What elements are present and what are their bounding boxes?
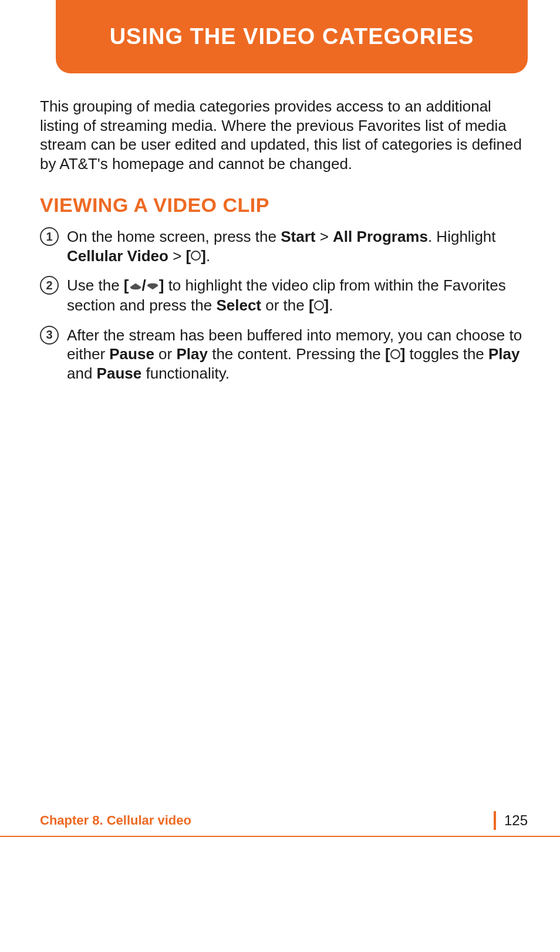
intro-paragraph: This grouping of media categories provid… [40,97,528,173]
step-1: 1 On the home screen, press the Start > … [40,227,528,265]
page-number-wrap: 125 [494,811,528,830]
circle-button-icon [191,251,201,261]
nav-down-icon [146,276,159,295]
page-footer: Chapter 8. Cellular video 125 [0,811,560,835]
text: . [206,247,210,265]
slash: / [142,276,146,294]
step-number-badge: 3 [40,326,59,345]
bracket-open: [ [309,296,314,314]
step-number-badge: 2 [40,276,59,295]
text: or the [261,296,309,314]
footer-divider-line [0,836,560,837]
page-title: USING THE VIDEO CATEGORIES [110,24,474,49]
circle-button-icon [314,301,324,310]
text: toggles the [405,345,488,363]
bold-text: Pause [109,345,154,363]
bracket-open: [ [385,345,390,363]
bold-text: Play [488,345,520,363]
text: functionality. [141,364,230,382]
text: the content. Pressing the [208,345,385,363]
nav-up-icon [129,276,142,295]
footer-content: Chapter 8. Cellular video 125 [0,811,560,836]
text: . [329,296,333,314]
bracket-open: [ [124,276,129,294]
bold-text: Start [281,228,315,245]
text: or [154,345,177,363]
bracket-close: ] [201,247,206,265]
step-2: 2 Use the [/] to highlight the video cli… [40,276,528,315]
text: On the home screen, press the [67,228,281,245]
circle-button-icon [390,349,400,359]
chapter-label: Chapter 8. Cellular video [40,813,191,828]
text: and [67,364,97,382]
bold-text: Play [176,345,208,363]
text: . Highlight [428,228,496,245]
step-text: After the stream has been buffered into … [67,326,528,383]
page-divider [494,811,496,830]
content-area: This grouping of media categories provid… [40,97,528,393]
bracket-open: [ [186,247,191,265]
step-text: Use the [/] to highlight the video clip … [67,276,528,315]
bold-text: Cellular Video [67,247,168,265]
text: > [315,228,333,245]
section-heading: VIEWING A VIDEO CLIP [40,194,528,217]
step-3: 3 After the stream has been buffered int… [40,326,528,383]
text: Use the [67,276,124,294]
page-number: 125 [504,812,528,829]
bold-text: Select [216,296,261,314]
page-header-tab: USING THE VIDEO CATEGORIES [56,0,528,73]
step-text: On the home screen, press the Start > Al… [67,227,528,265]
bracket-close: ] [324,296,329,314]
text: > [168,247,186,265]
step-number-badge: 1 [40,227,59,246]
bold-text: All Programs [333,228,428,245]
bold-text: Pause [97,364,142,382]
